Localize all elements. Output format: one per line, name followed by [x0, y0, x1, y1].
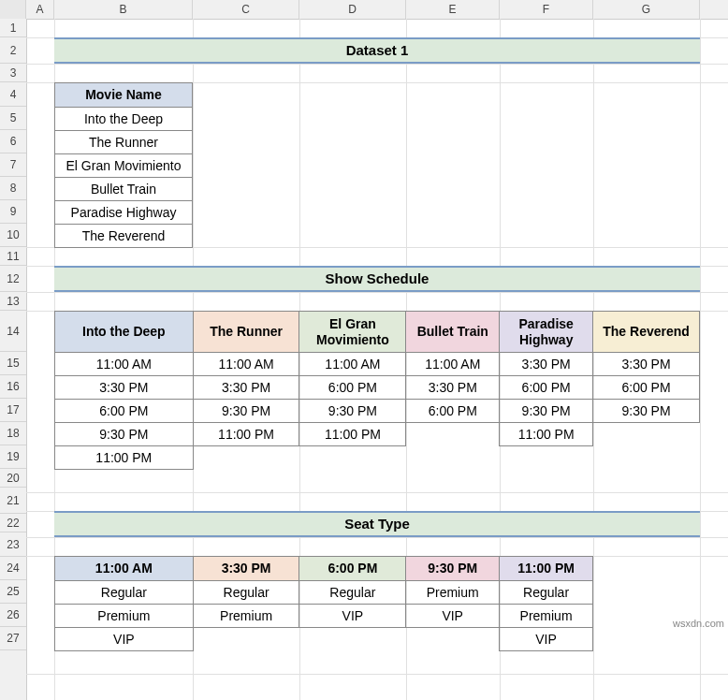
movie-cell[interactable]: Bullet Train: [55, 178, 193, 201]
row-header-10[interactable]: 10: [0, 224, 26, 247]
column-header-row: A B C D E F G: [0, 0, 728, 20]
seat-type-table: 11:00 AM 3:30 PM 6:00 PM 9:30 PM 11:00 P…: [54, 556, 593, 651]
watermark: wsxdn.com: [673, 618, 724, 629]
schedule-header: Paradise Highway: [500, 312, 593, 353]
schedule-cell[interactable]: 3:30 PM: [593, 353, 700, 376]
row-header-27[interactable]: 27: [0, 627, 26, 650]
schedule-cell[interactable]: 3:30 PM: [55, 376, 194, 400]
seat-cell[interactable]: Premium: [55, 605, 194, 628]
schedule-cell[interactable]: 11:00 AM: [299, 353, 406, 376]
schedule-cell[interactable]: 6:00 PM: [500, 376, 593, 400]
row-header-11[interactable]: 11: [0, 247, 26, 266]
seat-cell[interactable]: Regular: [55, 581, 194, 605]
seat-cell[interactable]: Premium: [500, 605, 593, 628]
movie-cell[interactable]: El Gran Movimiento: [55, 154, 193, 178]
schedule-cell[interactable]: 11:00 PM: [500, 423, 593, 446]
schedule-cell[interactable]: 3:30 PM: [500, 353, 593, 376]
movie-name-header: Movie Name: [55, 83, 193, 108]
col-header-B[interactable]: B: [54, 0, 193, 19]
schedule-header: The Reverend: [593, 312, 700, 353]
row-header-3[interactable]: 3: [0, 64, 26, 82]
seat-cell[interactable]: Regular: [299, 581, 406, 605]
schedule-cell-empty[interactable]: [406, 446, 500, 470]
movie-cell[interactable]: The Reverend: [55, 225, 193, 248]
row-header-2[interactable]: 2: [0, 37, 26, 64]
row-header-17[interactable]: 17: [0, 399, 26, 422]
row-header-25[interactable]: 25: [0, 580, 26, 604]
schedule-cell[interactable]: 11:00 AM: [55, 353, 194, 376]
schedule-cell-empty[interactable]: [593, 423, 700, 446]
seat-cell[interactable]: Premium: [406, 581, 500, 605]
col-header-G[interactable]: G: [593, 0, 700, 19]
row-header-16[interactable]: 16: [0, 375, 26, 399]
seat-cell-empty[interactable]: [406, 628, 500, 651]
row-header-20[interactable]: 20: [0, 469, 26, 488]
row-header-23[interactable]: 23: [0, 532, 26, 557]
section-title-dataset1: Dataset 1: [54, 37, 700, 64]
col-header-F[interactable]: F: [500, 0, 593, 19]
section-title-seat-type: Seat Type: [54, 511, 700, 537]
col-header-D[interactable]: D: [299, 0, 406, 19]
row-header-15[interactable]: 15: [0, 352, 26, 375]
schedule-cell[interactable]: 9:30 PM: [593, 400, 700, 423]
seat-cell[interactable]: VIP: [55, 628, 194, 651]
schedule-cell[interactable]: 9:30 PM: [55, 423, 194, 446]
row-header-22[interactable]: 22: [0, 514, 26, 532]
schedule-cell[interactable]: 11:00 AM: [193, 353, 299, 376]
seat-cell[interactable]: Regular: [500, 581, 593, 605]
schedule-cell[interactable]: 6:00 PM: [593, 376, 700, 400]
schedule-cell[interactable]: 9:30 PM: [299, 400, 406, 423]
row-header-13[interactable]: 13: [0, 292, 26, 311]
row-header-4[interactable]: 4: [0, 82, 26, 107]
row-header-5[interactable]: 5: [0, 107, 26, 130]
schedule-cell[interactable]: 6:00 PM: [55, 400, 194, 423]
movie-cell[interactable]: The Runner: [55, 131, 193, 154]
row-header-21[interactable]: 21: [0, 488, 26, 514]
row-header-6[interactable]: 6: [0, 130, 26, 153]
row-header-14[interactable]: 14: [0, 311, 26, 352]
seat-cell[interactable]: VIP: [406, 605, 500, 628]
row-header-19[interactable]: 19: [0, 445, 26, 469]
movie-name-table: Movie Name Into the Deep The Runner El G…: [54, 82, 193, 248]
schedule-cell-empty[interactable]: [193, 446, 299, 470]
seat-cell-empty[interactable]: [193, 628, 299, 651]
schedule-cell-empty[interactable]: [406, 423, 500, 446]
seat-cell[interactable]: VIP: [299, 605, 406, 628]
schedule-cell-empty[interactable]: [593, 446, 700, 470]
row-header-26[interactable]: 26: [0, 604, 26, 627]
row-header-18[interactable]: 18: [0, 422, 26, 445]
schedule-cell[interactable]: 6:00 PM: [406, 400, 500, 423]
seat-header: 9:30 PM: [406, 557, 500, 581]
schedule-cell[interactable]: 9:30 PM: [193, 400, 299, 423]
seat-cell-empty[interactable]: [299, 628, 406, 651]
spreadsheet-body[interactable]: Dataset 1 Movie Name Into the Deep The R…: [26, 19, 728, 700]
schedule-cell[interactable]: 11:00 PM: [55, 446, 194, 470]
movie-cell[interactable]: Paradise Highway: [55, 201, 193, 225]
movie-cell[interactable]: Into the Deep: [55, 108, 193, 131]
row-header-1[interactable]: 1: [0, 19, 26, 37]
schedule-cell[interactable]: 3:30 PM: [193, 376, 299, 400]
select-all-corner[interactable]: [0, 0, 26, 19]
schedule-cell-empty[interactable]: [299, 446, 406, 470]
row-header-12[interactable]: 12: [0, 266, 26, 292]
schedule-cell[interactable]: 11:00 AM: [406, 353, 500, 376]
seat-cell[interactable]: Regular: [193, 581, 299, 605]
row-header-8[interactable]: 8: [0, 177, 26, 200]
schedule-cell[interactable]: 9:30 PM: [500, 400, 593, 423]
seat-header: 11:00 AM: [55, 557, 194, 581]
schedule-cell[interactable]: 11:00 PM: [299, 423, 406, 446]
section-title-schedule: Show Schedule: [54, 266, 700, 292]
col-header-E[interactable]: E: [406, 0, 500, 19]
schedule-cell[interactable]: 11:00 PM: [193, 423, 299, 446]
schedule-header: The Runner: [193, 312, 299, 353]
seat-cell[interactable]: Premium: [193, 605, 299, 628]
schedule-cell[interactable]: 6:00 PM: [299, 376, 406, 400]
seat-cell[interactable]: VIP: [500, 628, 593, 651]
row-header-9[interactable]: 9: [0, 200, 26, 224]
row-header-24[interactable]: 24: [0, 557, 26, 580]
schedule-cell[interactable]: 3:30 PM: [406, 376, 500, 400]
col-header-A[interactable]: A: [26, 0, 54, 19]
col-header-C[interactable]: C: [193, 0, 299, 19]
row-header-7[interactable]: 7: [0, 153, 26, 177]
schedule-cell-empty[interactable]: [500, 446, 593, 470]
